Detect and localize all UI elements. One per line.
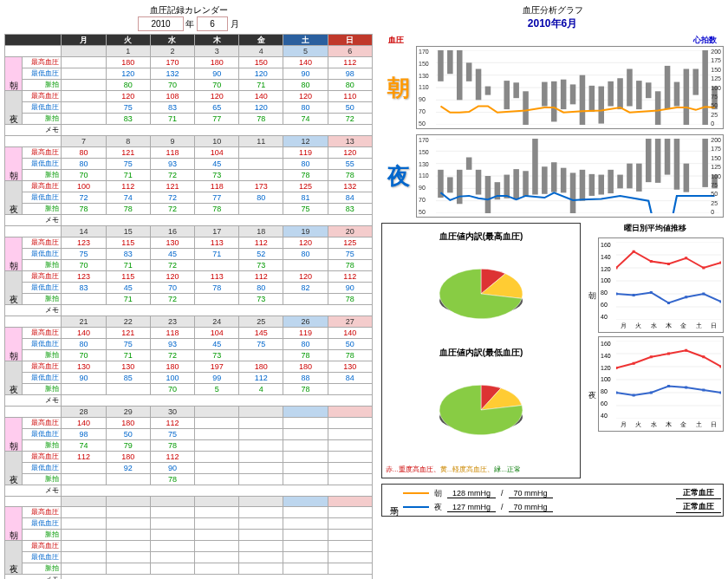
dow-title: 曜日別平均値推移 [586, 223, 724, 234]
svg-rect-12 [485, 87, 491, 95]
svg-rect-69 [684, 164, 690, 192]
svg-rect-81 [616, 267, 618, 270]
svg-rect-108 [719, 366, 721, 368]
svg-rect-57 [570, 172, 576, 213]
svg-rect-94 [719, 301, 721, 303]
svg-rect-23 [598, 87, 604, 124]
svg-rect-60 [598, 175, 604, 195]
svg-rect-84 [667, 263, 670, 265]
svg-rect-115 [719, 392, 721, 394]
svg-rect-11 [476, 69, 482, 101]
svg-rect-50 [504, 175, 510, 198]
svg-rect-33 [692, 69, 699, 95]
svg-rect-25 [617, 78, 623, 109]
svg-rect-30 [665, 66, 671, 109]
pie-sys-title: 血圧値内訳(最高血圧) [386, 231, 576, 243]
svg-rect-15 [513, 82, 519, 98]
svg-rect-90 [650, 291, 653, 294]
svg-rect-44 [447, 177, 453, 192]
svg-rect-88 [616, 293, 618, 296]
svg-rect-27 [636, 81, 642, 109]
analysis-panel: 血圧分析グラフ 2010年6月 血圧 心拍数 朝 170150130110907… [381, 4, 724, 579]
svg-rect-28 [646, 82, 652, 98]
analysis-date: 2010年6月 [381, 16, 724, 31]
calendar-table: 月火水木金土日123456朝最高血圧180170180150140112最低血圧… [4, 34, 373, 579]
svg-rect-55 [551, 162, 557, 192]
svg-rect-45 [457, 170, 463, 204]
svg-rect-52 [523, 171, 529, 196]
dow-night-chart: 160140120100806040 月火水木金土日 [598, 336, 724, 432]
analysis-title: 血圧分析グラフ [381, 4, 724, 16]
svg-rect-67 [665, 139, 671, 175]
pie-legend: 赤...重度高血圧、黄...軽度高血圧、緑...正常 [386, 465, 576, 474]
morning-label: 朝 [381, 73, 416, 103]
svg-rect-34 [702, 50, 708, 125]
svg-rect-65 [646, 139, 652, 182]
svg-rect-102 [616, 367, 618, 369]
svg-rect-31 [674, 82, 680, 107]
pie-dia-title: 血圧値内訳(最低血圧) [386, 347, 576, 359]
svg-rect-111 [650, 392, 653, 394]
svg-rect-26 [627, 69, 633, 107]
svg-rect-114 [702, 389, 705, 392]
svg-rect-20 [570, 84, 576, 104]
svg-rect-87 [719, 262, 721, 264]
svg-rect-82 [633, 250, 635, 253]
svg-rect-68 [674, 139, 680, 190]
svg-rect-9 [457, 50, 463, 100]
pie-sys-chart [386, 246, 576, 342]
svg-rect-16 [523, 91, 529, 125]
svg-rect-106 [685, 349, 687, 352]
svg-rect-19 [561, 80, 567, 109]
svg-rect-14 [504, 81, 510, 109]
svg-rect-51 [513, 169, 519, 199]
svg-rect-109 [616, 392, 618, 394]
svg-rect-103 [633, 362, 635, 365]
svg-rect-64 [636, 164, 642, 192]
svg-rect-86 [702, 267, 705, 270]
chart-header: 血圧 心拍数 [381, 35, 724, 46]
svg-rect-7 [438, 50, 444, 81]
svg-rect-22 [589, 86, 595, 112]
svg-rect-48 [485, 176, 491, 213]
night-label: 夜 [381, 161, 416, 192]
calendar-date: 2010 年 6 月 [4, 18, 373, 30]
svg-rect-53 [532, 139, 538, 195]
svg-rect-46 [466, 158, 472, 170]
svg-rect-61 [608, 170, 614, 193]
pie-dia-chart [386, 362, 576, 458]
pie-panel: 血圧値内訳(最高血圧) 血圧値内訳(最低血圧) 赤...重度高血圧、黄...軽度… [381, 223, 581, 478]
svg-rect-18 [551, 81, 557, 122]
svg-rect-110 [633, 394, 635, 397]
dow-panel: 曜日別平均値推移 朝 160140120100806040 月火水木金土日 夜 … [586, 223, 724, 478]
svg-rect-63 [627, 164, 633, 189]
svg-rect-89 [633, 294, 635, 296]
svg-rect-93 [702, 293, 705, 296]
svg-rect-58 [580, 170, 586, 201]
svg-rect-29 [655, 91, 661, 125]
dow-morning-chart: 160140120100806040 月火水木金土日 [598, 237, 724, 333]
svg-rect-59 [589, 174, 595, 196]
svg-rect-17 [542, 82, 548, 107]
svg-rect-92 [685, 296, 687, 298]
svg-rect-10 [466, 62, 472, 81]
svg-rect-104 [650, 355, 653, 358]
svg-rect-24 [608, 81, 614, 107]
svg-rect-113 [685, 387, 687, 389]
svg-rect-54 [542, 166, 548, 194]
svg-rect-112 [667, 385, 670, 387]
svg-rect-91 [667, 302, 670, 304]
svg-rect-21 [580, 75, 586, 125]
svg-rect-47 [476, 170, 482, 195]
year-value: 2010 [138, 16, 183, 31]
svg-rect-8 [447, 50, 453, 74]
month-value: 6 [197, 16, 228, 31]
svg-rect-105 [667, 353, 670, 355]
svg-rect-62 [617, 175, 623, 189]
calendar-title: 血圧記録カレンダー [4, 4, 373, 16]
svg-rect-32 [684, 69, 690, 126]
svg-rect-85 [685, 257, 687, 259]
svg-rect-66 [655, 139, 661, 183]
svg-rect-56 [561, 168, 567, 193]
average-box: 平均 朝128 mmHg/70 mmHg正常血圧夜127 mmHg/70 mmH… [381, 484, 724, 517]
